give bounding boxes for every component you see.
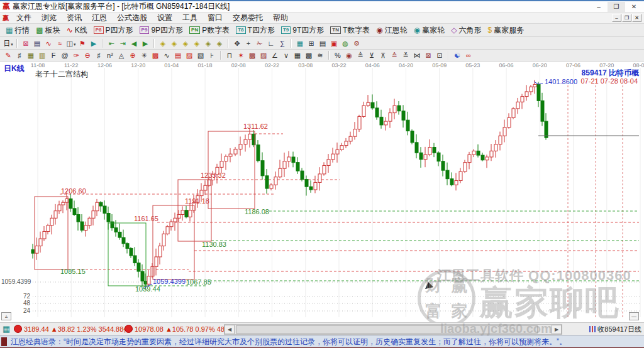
target-tool-icon[interactable]: ◉ bbox=[344, 50, 354, 60]
infinity-icon[interactable]: ∞ bbox=[464, 50, 474, 60]
sectors-button[interactable]: ▩板块 bbox=[33, 24, 63, 36]
winner-wheel-button[interactable]: ◉赢家轮 bbox=[411, 24, 448, 36]
fib-tool-icon[interactable]: F bbox=[48, 50, 58, 60]
save-icon[interactable]: ▣ bbox=[329, 38, 339, 48]
first-bar-icon[interactable]: ⇤ bbox=[106, 38, 116, 48]
yin-yang-icon[interactable]: ☯ bbox=[452, 50, 462, 60]
last-bar-icon[interactable]: ⇥ bbox=[118, 38, 128, 48]
collapse-panel-button[interactable]: — bbox=[629, 312, 639, 320]
zoom-diamond-4-icon[interactable]: ◈ bbox=[192, 38, 202, 48]
candle-style-icon[interactable]: ◫▾ bbox=[66, 38, 76, 48]
menu-item-9[interactable]: 交易委托 bbox=[228, 13, 268, 22]
quotes-grid-icon[interactable]: ▦ bbox=[3, 324, 10, 334]
notebook-icon[interactable]: ▤ bbox=[318, 38, 328, 48]
scroll-right-button[interactable]: ▶ bbox=[552, 325, 562, 334]
sse-index-ticker[interactable]: 3189.44 ▲38.82 1.23% 3544.88亿 bbox=[14, 325, 130, 334]
p-number-table-button[interactable]: PNP数字表 bbox=[186, 24, 233, 36]
prev-bar-icon[interactable]: ◀ bbox=[129, 38, 139, 48]
menu-item-2[interactable]: 浏览 bbox=[36, 13, 62, 22]
settings-icon[interactable]: ⚙ bbox=[352, 38, 362, 48]
calendar-icon[interactable]: ▦ bbox=[295, 38, 305, 48]
percent-tool-icon[interactable]: % bbox=[333, 50, 343, 60]
burst-tool-icon[interactable]: ✶ bbox=[236, 50, 246, 60]
wave-tool-icon[interactable]: ∿ bbox=[162, 50, 172, 60]
winner-service-button[interactable]: $赢家服务 bbox=[484, 24, 527, 36]
t-number-table-button[interactable]: TNT数字表 bbox=[327, 24, 373, 36]
crosshair-tool-icon[interactable]: + bbox=[243, 38, 253, 48]
horizontal-scrollbar[interactable]: ◀ ▶ bbox=[224, 324, 562, 335]
table-tool-icon[interactable]: ▦ bbox=[292, 50, 303, 60]
network-icon[interactable]: ◍ bbox=[340, 38, 350, 48]
spiral-tool-icon[interactable]: @ bbox=[60, 50, 70, 60]
grid3-tool-icon[interactable]: ▤ bbox=[173, 50, 183, 60]
line-chart-icon[interactable]: ∿ bbox=[43, 38, 53, 48]
hash-grid-icon[interactable]: ♯ bbox=[14, 50, 25, 60]
hand-tool-icon[interactable]: ✥ bbox=[232, 38, 242, 48]
zoom-diamond-6-icon[interactable]: ◈ bbox=[214, 38, 225, 48]
square-of-nine-icon[interactable]: n² bbox=[105, 50, 115, 60]
menu-item-4[interactable]: 江恩 bbox=[87, 13, 112, 22]
kline-button[interactable]: ∿K线 bbox=[64, 24, 91, 36]
triangle-tool-icon[interactable]: ◬ bbox=[116, 50, 126, 60]
nand-tool-icon[interactable]: ⊼ bbox=[378, 50, 388, 60]
shade-tool-icon[interactable]: ▩ bbox=[247, 50, 257, 60]
circle-tool-icon[interactable]: ⊖ bbox=[82, 50, 92, 60]
calculator-icon[interactable]: ⊞ bbox=[306, 38, 316, 48]
menu-item-10[interactable]: 帮助 bbox=[268, 13, 293, 22]
zoom-diamond-2-icon[interactable]: ◈ bbox=[169, 38, 179, 48]
scroll-left-button[interactable]: ◀ bbox=[225, 325, 235, 334]
star-tool-icon[interactable]: ✳ bbox=[139, 50, 149, 60]
vee-tool-icon[interactable]: ∨ bbox=[281, 50, 291, 60]
p9-square-button[interactable]: P99P四方形 bbox=[136, 24, 186, 36]
hash2-tool-icon[interactable]: ♯ bbox=[94, 50, 104, 60]
boxdot-tool-icon[interactable]: ⊡ bbox=[435, 50, 445, 60]
boxx-tool-icon[interactable]: ⊠ bbox=[423, 50, 433, 60]
maximize-button[interactable]: ❐ bbox=[608, 2, 625, 12]
minimize-button[interactable]: – bbox=[590, 2, 608, 12]
pen-tool-icon[interactable]: ✎ bbox=[3, 50, 13, 60]
bowtie-tool-icon[interactable]: ⋈ bbox=[412, 50, 422, 60]
zoom-diamond-5-icon[interactable]: ◈ bbox=[203, 38, 213, 48]
mdi-minimize-button[interactable]: – bbox=[612, 14, 621, 22]
pen2-tool-icon[interactable]: ✑ bbox=[71, 50, 81, 60]
gann-grid2-icon[interactable]: ▥ bbox=[37, 50, 47, 60]
next-bar-icon[interactable]: ▶ bbox=[140, 38, 150, 48]
table2-tool-icon[interactable]: ▩ bbox=[304, 50, 314, 60]
expand-indicator-button[interactable]: ▵ bbox=[1, 312, 11, 320]
p-square-button[interactable]: P8P四方形 bbox=[91, 24, 136, 36]
gann-wheel-button[interactable]: ◉江恩轮 bbox=[373, 24, 410, 36]
menu-item-3[interactable]: 资讯 bbox=[62, 13, 87, 22]
angle2-tool-icon[interactable]: ∠ bbox=[270, 50, 280, 60]
box-tool-icon[interactable]: ⊓ bbox=[225, 50, 235, 60]
menu-item-1[interactable]: 文件 bbox=[11, 13, 36, 22]
t9-square-button[interactable]: T99T四方形 bbox=[278, 24, 327, 36]
grid4-tool-icon[interactable]: ▨ bbox=[184, 50, 194, 60]
zoom-diamond-3-icon[interactable]: ◈ bbox=[180, 38, 191, 48]
mdi-close-button[interactable]: ✕ bbox=[632, 14, 641, 22]
grid5-tool-icon[interactable]: ▧ bbox=[196, 50, 206, 60]
period-day-selector[interactable]: 日▾ bbox=[3, 38, 13, 48]
est-tool-icon[interactable]: ≙ bbox=[389, 50, 399, 60]
shade2-tool-icon[interactable]: ▨ bbox=[258, 50, 269, 60]
mdi-restore-button[interactable]: ❐ bbox=[622, 14, 631, 22]
pattern-tool-icon[interactable]: ▩ bbox=[150, 50, 160, 60]
circle-cross-tool-icon[interactable]: ⊕ bbox=[128, 50, 138, 60]
quotes-button[interactable]: ▦行情 bbox=[3, 24, 33, 36]
xor-tool-icon[interactable]: ⊻ bbox=[367, 50, 377, 60]
zoom-diamond-1-icon[interactable]: ◈ bbox=[158, 38, 168, 48]
stats-tool-icon[interactable]: ∑ bbox=[277, 38, 287, 48]
t-square-button[interactable]: T8T四方形 bbox=[233, 24, 278, 36]
menu-item-5[interactable]: 公式选股 bbox=[112, 13, 152, 22]
cut-tool-icon[interactable]: ✁ bbox=[255, 38, 265, 48]
est2-tool-icon[interactable]: ≚ bbox=[401, 50, 411, 60]
line-chart2-icon[interactable]: ≈ bbox=[55, 38, 65, 48]
tick-tool-icon[interactable]: ⊦ bbox=[207, 50, 217, 60]
info-panel-icon[interactable]: ▤ bbox=[32, 38, 42, 48]
menu-item-7[interactable]: 工具 bbox=[177, 13, 203, 22]
close-button[interactable]: ✕ bbox=[625, 2, 643, 12]
angle-tool-icon[interactable]: ∟ bbox=[266, 38, 276, 48]
chart-area[interactable]: 日K线 老子十二宫结构 859417 比特币概 07-21 07-28 08-0… bbox=[0, 62, 644, 322]
hexagon-button[interactable]: ◇六角形 bbox=[448, 24, 484, 36]
waves-tool-icon[interactable]: ≋ bbox=[315, 50, 325, 60]
menu-item-8[interactable]: 窗口 bbox=[203, 13, 228, 22]
